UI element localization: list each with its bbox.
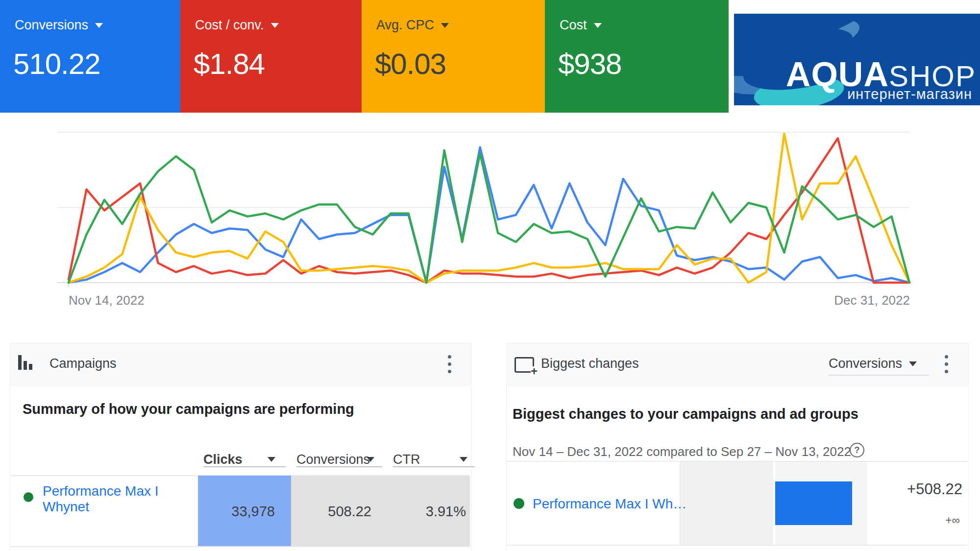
campaigns-overflow-menu-button[interactable]: [440, 354, 460, 377]
column-header-clicks[interactable]: Clicks: [203, 452, 243, 467]
biggest-changes-card-title: Biggest changes: [541, 356, 639, 371]
bar-scale-negative-zone: [681, 462, 773, 545]
biggest-changes-overflow-menu-button[interactable]: [937, 354, 956, 377]
campaigns-card: Campaigns Summary of how your campaigns …: [10, 343, 471, 551]
column-underline: [296, 466, 382, 467]
chart-line-cost-conv-: [69, 138, 909, 283]
campaign-status-dot: [24, 492, 33, 502]
x-axis-end-label: Dec 31, 2022: [799, 293, 910, 308]
column-underline: [203, 466, 286, 467]
change-row-bottom-border: [507, 545, 967, 546]
bar-chart-icon: [18, 355, 33, 370]
change-bar: [775, 481, 852, 525]
google-ads-overview-page: Conversions 510.22 Cost / conv. $1.84 Av…: [0, 0, 980, 551]
comparison-period-text: Nov 14 – Dec 31, 2022 compared to Sep 27…: [513, 444, 851, 459]
campaigns-card-header: Campaigns: [10, 343, 471, 386]
campaign-status-dot: [514, 498, 524, 509]
biggest-changes-card: + Biggest changes Conversions Biggest ch…: [506, 343, 969, 551]
sort-caret-conversions-icon[interactable]: [367, 457, 374, 462]
change-percent: +∞: [869, 514, 960, 527]
campaign-name-link[interactable]: Performance Max I Whynet: [43, 483, 159, 515]
metric-selector-underline: [829, 375, 929, 376]
x-axis-start-label: Nov 14, 2022: [69, 293, 145, 308]
chevron-down-icon: [909, 361, 917, 366]
help-icon[interactable]: ?: [850, 443, 864, 457]
sort-caret-clicks-icon[interactable]: [268, 457, 275, 462]
biggest-changes-icon: +: [514, 357, 534, 373]
column-header-conversions[interactable]: Conversions: [296, 452, 370, 467]
column-underline: [393, 466, 475, 467]
chart-line-avg-cpc: [69, 134, 909, 283]
metric-selector-dropdown[interactable]: Conversions: [829, 356, 917, 371]
change-value: +508.22: [869, 480, 962, 498]
conversions-value: 508.22: [303, 503, 371, 520]
table-row-bottom-border: [10, 546, 470, 547]
biggest-changes-heading: Biggest changes to your campaigns and ad…: [513, 406, 858, 422]
campaign-name-link[interactable]: Performance Max I Wh…: [533, 496, 686, 512]
clicks-value: 33,978: [206, 503, 275, 520]
sort-caret-ctr-icon[interactable]: [460, 457, 467, 462]
campaigns-summary-heading: Summary of how your campaigns are perfor…: [23, 401, 354, 417]
column-header-ctr[interactable]: CTR: [393, 452, 420, 467]
biggest-changes-card-header: + Biggest changes Conversions: [507, 343, 968, 386]
campaigns-card-title: Campaigns: [49, 356, 117, 371]
ctr-value: 3.91%: [397, 503, 466, 520]
